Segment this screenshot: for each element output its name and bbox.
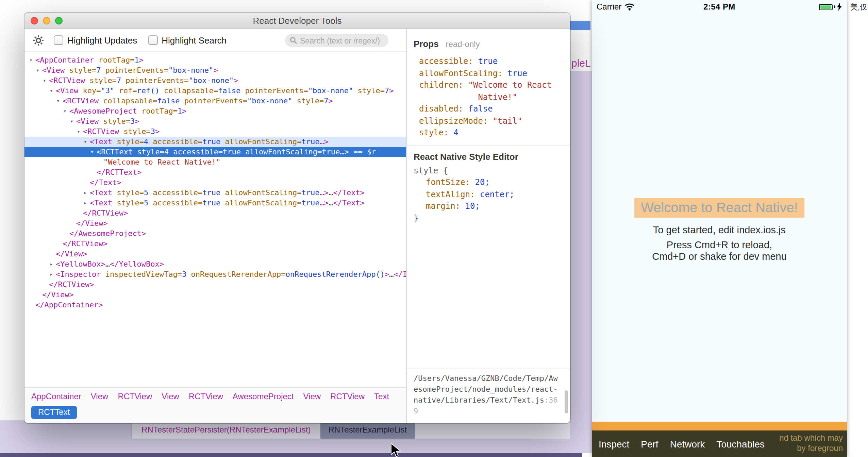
inspector-tab[interactable]: Perf [641,438,658,449]
tree-row[interactable]: </AwesomeProject> [24,228,406,239]
prop-row[interactable]: accessible: true [414,56,563,68]
breadcrumb-selected[interactable]: RCTText [31,406,77,419]
collapse-arrow-icon[interactable]: ▾ [70,116,76,126]
collapse-arrow-icon[interactable]: ▾ [56,96,63,106]
screen: RNTesterStatePersister(RNTesterExampleLi… [0,0,868,457]
collapse-arrow-icon[interactable]: ▾ [84,137,90,147]
collapse-arrow-icon[interactable]: ▾ [43,75,49,86]
ios-simulator: Carrier 2:54 PM Welcome to React Native!… [592,0,847,457]
scrollbar-thumb[interactable] [565,390,568,413]
prop-row[interactable]: style: 4 [414,127,563,139]
expand-arrow-icon[interactable]: ▸ [84,198,90,208]
status-time: 2:54 PM [703,2,735,12]
prop-row[interactable]: allowFontScaling: true [414,68,563,80]
expand-arrow-icon[interactable]: ▸ [50,269,56,280]
breadcrumb-item[interactable]: RCTView [189,391,223,403]
window-title: React Developer Tools [24,13,570,29]
window-titlebar[interactable]: React Developer Tools [24,13,570,29]
search-input[interactable] [285,34,388,47]
inspector-tab[interactable]: Network [670,438,705,449]
yellowbox-warning-fragment2: by foregroun [797,443,843,453]
tree-row[interactable]: ▸<Text style=5 accessible=true allowFont… [24,188,406,198]
collapse-arrow-icon[interactable]: ▾ [63,106,69,116]
tree-row[interactable]: ▾<RCTView collapsable=false pointerEvent… [24,96,406,106]
prop-row[interactable]: disabled: false [414,103,563,115]
tree-row[interactable]: ▾<View key="3" ref=ref() collapsable=fal… [24,86,406,96]
tree-row[interactable]: ▾<RCTView style=7 pointerEvents="box-non… [24,75,406,86]
tree-row[interactable]: ▾<View style=7 pointerEvents="box-none"> [24,65,406,75]
zoom-button[interactable] [55,17,63,24]
props-area: Props read-only accessible: trueallowFon… [407,29,570,369]
collapse-arrow-icon[interactable]: ▾ [36,65,42,75]
tree-row[interactable]: ▸<Inspector inspectedViewTag=3 onRequest… [24,269,406,280]
props-title: Props [414,39,439,49]
tree-row[interactable]: ▾<AwesomeProject rootTag=1> [24,106,406,116]
breadcrumb-item[interactable]: Text [374,391,389,403]
breadcrumb-item[interactable]: RCTView [330,391,365,403]
collapse-arrow-icon[interactable]: ▾ [29,55,35,65]
breadcrumb-item[interactable]: AppContainer [31,391,81,403]
style-rule[interactable]: textAlign: center; [414,189,563,201]
background-breadcrumb-example-list[interactable]: RNTesterExampleList [320,420,415,439]
tree-row[interactable]: ▾<RCTView style=3> [24,126,406,137]
prop-row[interactable]: ellipsizeMode: "tail" [414,115,563,127]
inspector-tab[interactable]: Touchables [716,438,765,449]
tree-row[interactable]: </View> [24,290,406,300]
collapse-arrow-icon[interactable]: ▾ [90,147,97,157]
background-breadcrumb-bar: RNTesterStatePersister(RNTesterExampleLi… [131,420,582,439]
tree-row[interactable]: "Welcome to React Native!" [24,157,406,167]
style-selector[interactable]: style { [414,165,563,177]
highlight-updates-checkbox[interactable]: Highlight Updates [54,35,137,45]
prop-row[interactable]: children: "Welcome to React Native!" [414,80,563,103]
carrier-label: Carrier [597,2,621,12]
menubar-fragment: 美,仅 [850,2,867,12]
breadcrumb-item[interactable]: View [162,391,179,403]
breadcrumb-row1: AppContainerViewRCTViewViewRCTViewAwesom… [31,391,406,403]
style-rule[interactable]: fontSize: 20; [414,177,563,189]
expand-arrow-icon[interactable]: ▸ [50,259,56,269]
gear-icon[interactable] [33,34,44,46]
breadcrumb-item[interactable]: AwesomeProject [233,391,294,403]
breadcrumb-item[interactable]: RCTView [118,391,152,403]
tree-row[interactable]: ▸<Text style=5 accessible=true allowFont… [24,198,406,208]
inspector-tabbar: InspectPerfNetworkTouchables [599,430,765,457]
tree-row[interactable]: </RCTView> [24,239,406,249]
checkbox-box-icon[interactable] [54,35,63,45]
tree-row[interactable]: </RCTView> [24,208,406,218]
inspector-tab[interactable]: Inspect [599,438,629,449]
style-close-brace: } [414,213,563,224]
instructions-line2: Press Cmd+R to reload, [592,239,847,250]
breadcrumb-item[interactable]: View [303,391,321,403]
inspector-highlight-bar [592,422,847,430]
tree-row[interactable]: ▾<Text style=4 accessible=true allowFont… [24,137,406,147]
props-readonly-label: read-only [446,39,480,49]
element-tree: ▾<AppContainer rootTag=1>▾<View style=7 … [24,52,406,387]
source-location[interactable]: /Users/Vanessa/GZNB/Code/Temp/AwesomePro… [407,369,570,423]
search-field[interactable] [285,34,388,47]
tree-row[interactable]: ▸<YellowBox>…</YellowBox> [24,259,406,269]
tree-row[interactable]: ▾<View style=3> [24,116,406,126]
highlight-search-label: Highlight Search [162,35,227,45]
tree-row[interactable]: </RCTView> [24,280,406,290]
minimize-button[interactable] [43,17,50,24]
tree-row[interactable]: </AppContainer> [24,300,406,310]
style-rule[interactable]: margin: 10; [414,201,563,213]
tree-row[interactable]: ▾<RCTText style=4 accessible=true allowF… [24,147,406,157]
tree-row[interactable]: </View> [24,249,406,259]
highlight-search-checkbox[interactable]: Highlight Search [148,35,227,45]
tree-row[interactable]: </RCTText> [24,167,406,177]
collapse-arrow-icon[interactable]: ▾ [50,86,56,96]
tree-pane: Highlight Updates Highlight Search [24,29,407,423]
background-breadcrumb-state-persister[interactable]: RNTesterStatePersister(RNTesterExampleLi… [141,420,311,439]
tree-row[interactable]: </Text> [24,177,406,188]
checkbox-box-icon[interactable] [148,35,157,45]
breadcrumb-item[interactable]: View [91,391,108,403]
collapse-arrow-icon[interactable]: ▾ [77,126,83,137]
close-button[interactable] [31,17,38,24]
yellowbox-warning-fragment1: nd tab which may [779,433,843,443]
traffic-lights [31,17,63,24]
tree-row[interactable]: ▾<AppContainer rootTag=1> [24,55,406,65]
background-bottom-strip [0,453,582,457]
expand-arrow-icon[interactable]: ▸ [84,188,90,198]
tree-row[interactable]: </View> [24,218,406,228]
